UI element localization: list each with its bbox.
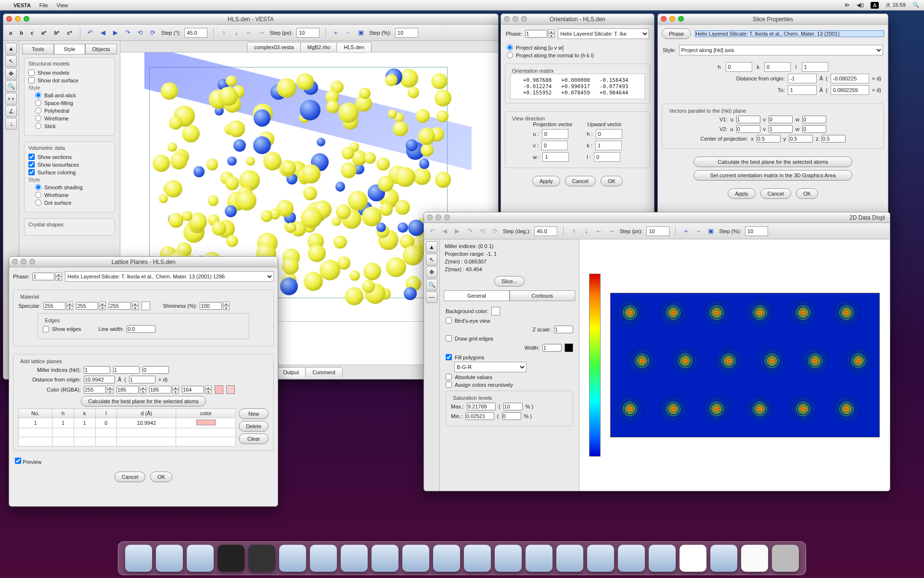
minimize-icon[interactable]	[669, 16, 675, 22]
proj-normal-radio[interactable]	[507, 52, 513, 58]
menu-view[interactable]: View	[57, 2, 68, 8]
lat-ok-button[interactable]: OK	[150, 472, 172, 482]
dock-safari-icon[interactable]	[341, 545, 368, 572]
delete-button[interactable]: Delete	[239, 421, 269, 432]
lat-best-button[interactable]: Calculate the best plane for the selecte…	[81, 396, 205, 407]
dock-launchpad-icon[interactable]	[464, 545, 491, 572]
color-a-input[interactable]	[182, 386, 204, 394]
phase-up-icon[interactable]: ▴	[548, 29, 555, 34]
dd-ccw-icon[interactable]: ⟲	[478, 227, 487, 236]
down-icon[interactable]: ▾	[66, 306, 73, 310]
tab-tools[interactable]: Tools	[22, 44, 54, 54]
v2v-input[interactable]	[769, 125, 793, 133]
proj-uvw-radio[interactable]	[507, 44, 513, 51]
h-input[interactable]	[596, 129, 622, 139]
step-deg-input[interactable]	[184, 28, 207, 38]
move-tool-icon[interactable]: ✥	[5, 68, 17, 79]
dock-utility-icon[interactable]	[649, 545, 676, 572]
dock-xcode-icon[interactable]	[556, 545, 583, 572]
up-icon[interactable]: ▴	[99, 302, 106, 306]
rotate-right-down-icon[interactable]: ↷	[124, 28, 132, 37]
dock-eclipse-icon[interactable]	[587, 545, 614, 572]
up-icon[interactable]: ▴	[205, 385, 212, 390]
dihedral-tool-icon[interactable]: ⟂	[5, 118, 17, 130]
down-icon[interactable]: ▾	[132, 306, 139, 310]
cx-input[interactable]	[757, 135, 781, 143]
dd-canvas[interactable]	[579, 239, 890, 491]
lw-input[interactable]	[127, 325, 155, 333]
fit-icon[interactable]: ▣	[357, 28, 365, 37]
width-input[interactable]	[542, 344, 562, 352]
lat-phase-up-icon[interactable]: ▴	[55, 272, 62, 276]
dock-folder-icon[interactable]	[710, 545, 737, 572]
min-input[interactable]	[465, 412, 494, 420]
dock-finder-icon[interactable]	[125, 545, 152, 572]
show-sections-check[interactable]	[28, 154, 35, 160]
slice-dist-d-input[interactable]	[831, 74, 869, 83]
lat-mult-input[interactable]	[129, 376, 155, 383]
dock-sysprefs-icon[interactable]	[526, 545, 552, 572]
dd-step-deg-input[interactable]	[534, 226, 557, 236]
minimize-icon[interactable]	[15, 16, 21, 22]
spec-r-input[interactable]	[43, 302, 65, 310]
bev-check[interactable]	[446, 317, 452, 324]
style-ball-radio[interactable]	[35, 92, 41, 98]
v1w-input[interactable]	[802, 116, 826, 123]
v1v-input[interactable]	[769, 116, 793, 123]
axis-bstar[interactable]: b*	[52, 30, 61, 36]
vol-smooth-radio[interactable]	[35, 184, 41, 190]
dd-tab-general[interactable]: General	[444, 290, 510, 301]
zs-input[interactable]	[554, 326, 573, 333]
select-tool-icon[interactable]: ↖	[5, 55, 17, 67]
zoom-icon[interactable]	[24, 16, 29, 22]
rotate-right-icon[interactable]: ▶	[111, 28, 120, 37]
style-wire-radio[interactable]	[35, 115, 41, 121]
dock-trash-icon[interactable]	[772, 545, 799, 572]
down-icon[interactable]: ▾	[205, 390, 212, 394]
dock-activity-icon[interactable]	[248, 545, 275, 572]
up-icon[interactable]: ▴	[66, 302, 73, 306]
slice-style-select[interactable]: Project along [hkl] axis	[679, 45, 883, 55]
dd-bg-swatch[interactable]	[491, 307, 500, 315]
orient-apply-button[interactable]: Apply	[532, 176, 560, 186]
dd-slice-button[interactable]: Slice...	[494, 276, 525, 287]
slice-k-input[interactable]	[764, 62, 791, 72]
ime-indicator[interactable]: A	[871, 2, 879, 9]
up-icon[interactable]: ▴	[132, 302, 139, 306]
dock-dashboard-icon[interactable]	[187, 545, 214, 572]
show-iso-check[interactable]	[28, 161, 35, 168]
down-icon[interactable]: ▾	[140, 390, 146, 394]
color-swatch-alpha[interactable]	[226, 385, 235, 394]
axis-a[interactable]: a	[7, 30, 14, 36]
lat-phase-down-icon[interactable]: ▾	[55, 276, 62, 281]
dd-rotate2-icon[interactable]: ↷	[465, 227, 474, 236]
down-icon[interactable]: ▾	[172, 390, 179, 394]
dock-vesta-icon[interactable]	[680, 545, 706, 572]
surf-color-check[interactable]	[28, 169, 35, 175]
wifi-icon[interactable]: ⧐	[845, 2, 850, 8]
clear-button[interactable]: Clear	[239, 434, 269, 444]
minimize-icon[interactable]	[436, 214, 441, 220]
dd-move-icon[interactable]: ✥	[426, 266, 437, 278]
axis-b[interactable]: b	[18, 30, 25, 36]
gradient-select[interactable]: B-G-R	[454, 362, 526, 372]
slice-setmat-button[interactable]: Set current orientation matrix in the 3D…	[693, 170, 852, 181]
color-b-input[interactable]	[149, 386, 171, 394]
l-input[interactable]	[594, 152, 620, 162]
zoom-icon[interactable]	[444, 214, 450, 220]
slice-cancel-button[interactable]: Cancel	[760, 188, 791, 199]
dd-cw-icon[interactable]: ⟳	[490, 227, 499, 236]
specular-swatch[interactable]	[141, 302, 150, 310]
step-pct-input[interactable]	[395, 28, 418, 38]
minimize-icon[interactable]	[21, 259, 26, 264]
dd-right-icon[interactable]: ▶	[453, 227, 462, 236]
dd-step-pct-input[interactable]	[745, 226, 768, 236]
phase-select[interactable]: Helix Layered Silicate: T. Ike	[558, 28, 649, 39]
shininess-input[interactable]	[200, 302, 222, 310]
axis-cstar[interactable]: c*	[65, 30, 74, 36]
miller-h-input[interactable]	[84, 366, 110, 374]
show-dot-check[interactable]	[28, 77, 35, 83]
vol-wire-radio[interactable]	[35, 192, 41, 198]
abs-check[interactable]	[446, 374, 452, 380]
style-poly-radio[interactable]	[35, 107, 41, 114]
